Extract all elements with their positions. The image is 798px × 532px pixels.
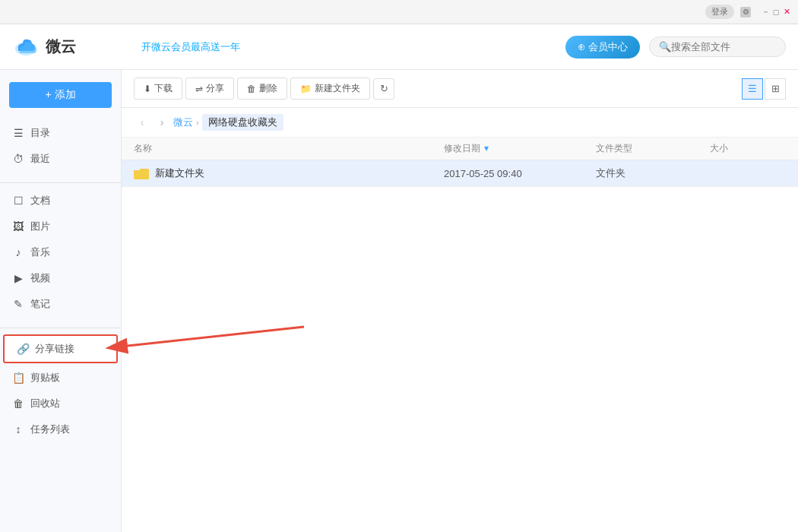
download-button[interactable]: ⬇ 下载 <box>134 78 182 100</box>
sidebar-middle-section: ☐ 文档 🖼 图片 ♪ 音乐 ▶ 视频 <box>0 188 121 317</box>
video-icon: ▶ <box>12 272 24 284</box>
file-name: 新建文件夹 <box>155 166 204 180</box>
sidebar-label-notes: 笔记 <box>30 297 50 311</box>
notes-icon: ✎ <box>12 298 24 310</box>
tasks-icon: ↕ <box>12 423 24 435</box>
file-table: 名称 修改日期 ▾ 文件类型 大小 <box>122 138 798 532</box>
new-folder-icon: 📁 <box>300 84 312 94</box>
file-date: 2017-05-25 09:40 <box>444 168 596 179</box>
list-view-icon: ☰ <box>748 83 757 94</box>
sidebar-item-recent[interactable]: ⏱ 最近 <box>0 146 121 172</box>
logo-text: 微云 <box>46 36 76 57</box>
sidebar-divider-2 <box>0 328 121 328</box>
sidebar-bottom-section: 🔗 分享链接 📋 剪贴板 🗑 回收站 ↕ 任务列表 <box>0 333 121 442</box>
sidebar-label-recent: 最近 <box>30 152 50 166</box>
new-folder-button[interactable]: 📁 新建文件夹 <box>290 78 370 100</box>
header: 微云 开微云会员最高送一年 ⊕ 会员中心 🔍 <box>0 24 798 70</box>
minimize-button[interactable]: － <box>760 7 771 17</box>
sidebar-divider-1 <box>0 182 121 183</box>
breadcrumb-separator: › <box>196 118 199 127</box>
maximize-button[interactable]: □ <box>771 7 781 17</box>
sidebar-label-images: 图片 <box>30 220 50 233</box>
sidebar-label-trash: 回收站 <box>30 397 60 410</box>
sidebar-item-catalog[interactable]: ☰ 目录 <box>0 120 121 146</box>
file-name-cell: 新建文件夹 <box>134 166 444 180</box>
download-icon: ⬇ <box>144 84 151 94</box>
file-type: 文件夹 <box>596 166 710 180</box>
file-table-header: 名称 修改日期 ▾ 文件类型 大小 <box>122 138 798 160</box>
breadcrumb-current: 网络硬盘收藏夹 <box>202 114 283 131</box>
trash-icon: 🗑 <box>12 397 24 410</box>
add-button[interactable]: + 添加 <box>9 82 112 108</box>
settings-icon[interactable]: ⚙ <box>740 7 751 17</box>
delete-button[interactable]: 🗑 删除 <box>237 78 287 100</box>
sidebar-top-section: ☰ 目录 ⏱ 最近 <box>0 120 121 172</box>
share-button[interactable]: ⇌ 分享 <box>185 78 234 100</box>
grid-view-icon: ⊞ <box>771 83 780 94</box>
grid-view-button[interactable]: ⊞ <box>765 78 786 100</box>
breadcrumb-back-button[interactable]: ‹ <box>134 114 150 131</box>
list-view-button[interactable]: ☰ <box>742 78 763 100</box>
sidebar-label-share: 分享链接 <box>35 342 74 356</box>
promo-link[interactable]: 开微云会员最高送一年 <box>126 40 565 54</box>
logo-area: 微云 <box>12 33 126 61</box>
sidebar-label-clipboard: 剪贴板 <box>30 371 60 385</box>
delete-icon: 🗑 <box>247 84 256 94</box>
title-bar: 登录 ⚙ － □ ✕ <box>0 0 798 24</box>
sidebar-label-docs: 文档 <box>30 194 50 207</box>
sidebar-label-music: 音乐 <box>30 245 50 259</box>
header-right: ⊕ 会员中心 🔍 <box>565 36 786 59</box>
breadcrumb-forward-button[interactable]: › <box>154 114 170 131</box>
svg-rect-3 <box>134 170 149 179</box>
logo-icon <box>12 33 40 61</box>
breadcrumb: ‹ › 微云 › 网络硬盘收藏夹 <box>122 108 798 138</box>
sidebar-label-video: 视频 <box>30 271 50 285</box>
breadcrumb-root[interactable]: 微云 <box>173 116 193 129</box>
toolbar: ⬇ 下载 ⇌ 分享 🗑 删除 📁 新建文件夹 <box>122 70 798 108</box>
sidebar-item-video[interactable]: ▶ 视频 <box>0 265 121 291</box>
catalog-icon: ☰ <box>12 127 24 139</box>
refresh-button[interactable]: ↻ <box>373 78 394 100</box>
share-icon: 🔗 <box>17 343 29 355</box>
close-button[interactable]: ✕ <box>781 7 792 17</box>
sidebar-item-images[interactable]: 🖼 图片 <box>0 214 121 239</box>
sidebar-item-clipboard[interactable]: 📋 剪贴板 <box>0 365 121 391</box>
search-icon: 🔍 <box>659 41 671 52</box>
music-icon: ♪ <box>12 246 24 258</box>
vip-button[interactable]: ⊕ 会员中心 <box>565 36 640 59</box>
col-header-type[interactable]: 文件类型 <box>596 142 710 155</box>
col-header-name[interactable]: 名称 <box>134 142 444 155</box>
recent-icon: ⏱ <box>12 153 24 165</box>
search-input[interactable] <box>671 41 777 52</box>
docs-icon: ☐ <box>12 195 24 207</box>
table-row[interactable]: 新建文件夹 2017-05-25 09:40 文件夹 <box>122 160 798 187</box>
sidebar-label-catalog: 目录 <box>30 126 50 140</box>
profile-label[interactable]: 登录 <box>705 5 734 19</box>
sidebar-item-trash[interactable]: 🗑 回收站 <box>0 391 121 416</box>
folder-icon <box>134 167 149 179</box>
col-header-date[interactable]: 修改日期 ▾ <box>444 142 596 155</box>
share-toolbar-icon: ⇌ <box>195 84 203 94</box>
sidebar-item-tasks[interactable]: ↕ 任务列表 <box>0 416 121 442</box>
col-header-size[interactable]: 大小 <box>710 142 786 155</box>
sidebar: + 添加 ☰ 目录 ⏱ 最近 ☐ 文档 <box>0 70 122 532</box>
sidebar-label-tasks: 任务列表 <box>30 423 70 436</box>
sidebar-item-music[interactable]: ♪ 音乐 <box>0 239 121 265</box>
refresh-icon: ↻ <box>380 83 388 94</box>
sidebar-item-notes[interactable]: ✎ 笔记 <box>0 291 121 317</box>
content-area: ⬇ 下载 ⇌ 分享 🗑 删除 📁 新建文件夹 <box>122 70 798 532</box>
clipboard-icon: 📋 <box>12 372 24 384</box>
view-toggle: ☰ ⊞ <box>742 78 786 100</box>
images-icon: 🖼 <box>12 220 24 233</box>
sidebar-item-share[interactable]: 🔗 分享链接 <box>3 334 118 363</box>
search-box: 🔍 <box>649 36 786 57</box>
sidebar-item-docs[interactable]: ☐ 文档 <box>0 188 121 214</box>
